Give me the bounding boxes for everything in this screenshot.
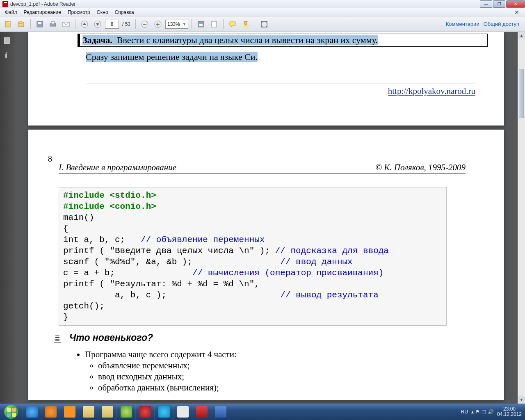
pdf-page-bottom: 8 I. Введение в программирование © К. По… (28, 130, 504, 400)
scroll-up-arrow[interactable]: ▲ (518, 32, 525, 39)
code-calc: c = a + b; (63, 268, 192, 278)
svg-rect-11 (143, 24, 146, 25)
open-icon[interactable] (16, 18, 27, 30)
taskbar-adobe-reader[interactable] (192, 404, 211, 420)
task-text: Ввести с клавиатуры два целых числа и вы… (117, 35, 378, 45)
email-icon[interactable] (60, 18, 72, 30)
maximize-button[interactable]: ❐ (493, 0, 505, 8)
share-link[interactable]: Общий доступ (484, 21, 519, 27)
scroll-down-arrow[interactable]: ▼ (518, 396, 525, 404)
task-box: Задача. Ввести с клавиатуры два целых чи… (78, 34, 488, 47)
taskbar-wmp[interactable] (41, 404, 60, 420)
page-up-icon[interactable] (79, 18, 90, 30)
tray-chevron-icon[interactable]: ▴ (471, 409, 474, 415)
window-title: devcpp_1.pdf - Adobe Reader (10, 1, 75, 7)
tray-volume-icon[interactable]: 🔊 (488, 409, 494, 415)
taskbar: RU ▴ ⚑ ⬚ 🔊 23:00 04.12.2012 (0, 404, 525, 420)
menu-file[interactable]: Файл (2, 9, 21, 16)
tray-network-icon[interactable]: ⬚ (482, 409, 486, 415)
code-getch: getch(); (63, 301, 105, 311)
document-area[interactable]: Задача. Ввести с клавиатуры два целых чи… (15, 32, 518, 404)
comment-icon[interactable] (227, 18, 238, 30)
taskbar-opera[interactable] (135, 404, 154, 420)
svg-rect-16 (199, 24, 203, 26)
code-listing: #include <stdio.h> #include <conio.h> ma… (59, 187, 447, 326)
svg-rect-14 (158, 23, 158, 26)
taskbar-skype[interactable] (154, 404, 173, 420)
zoom-in-icon[interactable] (152, 18, 164, 30)
svg-rect-17 (212, 21, 217, 27)
svg-rect-18 (243, 25, 249, 27)
taskbar-explorer2[interactable] (98, 404, 116, 420)
menu-help[interactable]: Справка (112, 9, 137, 16)
fullscreen-icon[interactable] (258, 18, 270, 30)
clock[interactable]: 23:00 04.12.2012 (497, 406, 522, 417)
code-brace-close: } (63, 313, 68, 322)
svg-rect-21 (5, 38, 9, 43)
taskbar-explorer1[interactable] (79, 404, 98, 420)
menu-edit[interactable]: Редактирование (21, 9, 64, 16)
toolbar: / 53 133%▼ Комментарии Общий доступ (0, 16, 525, 32)
bullet-sub2: ввод исходных данных; (98, 372, 237, 382)
page-down-icon[interactable] (92, 18, 103, 30)
taskbar-ok[interactable] (60, 404, 79, 420)
code-main: main() (63, 213, 94, 222)
zoom-level[interactable]: 133%▼ (165, 20, 188, 29)
menubar: Файл Редактирование Просмотр Окно Справк… (0, 8, 525, 16)
system-tray: RU ▴ ⚑ ⬚ 🔊 23:00 04.12.2012 (461, 406, 525, 417)
code-brace-open: { (63, 224, 68, 233)
bullet-sub3: обработка данных (вычисления); (98, 383, 237, 393)
comments-link[interactable]: Комментарии (446, 21, 479, 27)
print-icon[interactable] (47, 18, 59, 30)
taskbar-generic[interactable] (173, 404, 192, 420)
svg-rect-4 (38, 22, 41, 24)
tray-icons[interactable]: ▴ ⚑ ⬚ 🔊 (471, 409, 494, 415)
scroll-thumb[interactable] (519, 69, 524, 118)
vertical-scrollbar[interactable]: ▲ ▼ (518, 32, 525, 404)
svg-rect-2 (19, 22, 22, 23)
tray-flag-icon[interactable]: ⚑ (475, 409, 480, 415)
svg-rect-6 (51, 21, 55, 24)
pdf-icon (2, 1, 8, 7)
tool-save2-icon[interactable] (195, 18, 207, 30)
taskbar-ie[interactable] (22, 404, 41, 420)
highlight-icon[interactable] (240, 18, 251, 30)
page-total: / 53 (121, 21, 132, 27)
svg-rect-0 (5, 21, 10, 27)
export-pdf-icon[interactable] (2, 18, 14, 30)
bullet-main: Программа чаще всего содержит 4 части: (85, 349, 237, 359)
separator (255, 19, 255, 29)
page-number: 8 (48, 154, 52, 164)
zoom-out-icon[interactable] (139, 18, 151, 30)
whatsnew-heading: Что новенького? (69, 332, 153, 343)
tool-page-icon[interactable] (208, 18, 220, 30)
language-indicator[interactable]: RU (461, 409, 468, 415)
code-printf1: printf ( "Введите два целых числа \n" ); (63, 246, 275, 256)
side-panel (0, 32, 15, 404)
taskbar-app-green[interactable] (116, 404, 135, 420)
code-calc-comment: // вычисления (оператор присваивания) (192, 268, 383, 278)
chevron-down-icon: ▼ (183, 22, 186, 26)
close-doc-button[interactable]: ✕ (511, 8, 523, 16)
thumbnails-icon[interactable] (3, 36, 12, 45)
chapter-title: I. Введение в программирование (59, 162, 176, 173)
code-printf2a: printf ( "Результат: %d + %d = %d \n", (63, 279, 260, 289)
titlebar: devcpp_1.pdf - Adobe Reader — ❐ ✕ (0, 0, 525, 8)
source-url[interactable]: http://kpolyakov.narod.ru (388, 86, 475, 96)
separator (75, 19, 75, 29)
save-icon[interactable] (34, 18, 46, 30)
taskbar-word[interactable] (211, 404, 230, 420)
code-include2: #include <conio.h> (63, 202, 156, 211)
code-printf2b: a, b, c ); (63, 290, 280, 300)
attachments-icon[interactable] (3, 51, 12, 60)
start-button[interactable] (0, 404, 22, 420)
close-button[interactable]: ✕ (506, 0, 525, 8)
menu-window[interactable]: Окно (94, 9, 112, 16)
clock-date: 04.12.2012 (497, 412, 522, 417)
followup-text: Сразу запишем решение задачи на языке Си… (86, 52, 258, 62)
menu-view[interactable]: Просмотр (64, 9, 94, 16)
page-number-input[interactable] (105, 20, 119, 29)
separator (223, 19, 224, 29)
minimize-button[interactable]: — (480, 0, 492, 8)
code-scanf-comment: // ввод данных (280, 257, 352, 267)
